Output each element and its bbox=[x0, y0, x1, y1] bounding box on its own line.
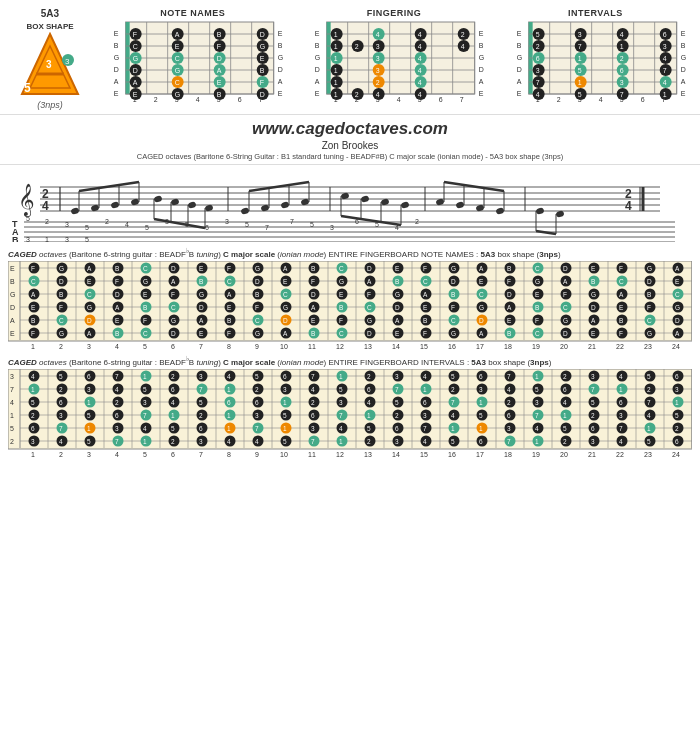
svg-text:A: A bbox=[31, 291, 36, 298]
svg-text:7: 7 bbox=[115, 438, 119, 445]
svg-text:19: 19 bbox=[532, 451, 540, 458]
svg-text:3: 3 bbox=[591, 373, 595, 380]
svg-text:6: 6 bbox=[31, 425, 35, 432]
svg-text:1: 1 bbox=[334, 55, 338, 62]
svg-text:D: D bbox=[260, 31, 265, 38]
svg-text:4: 4 bbox=[418, 55, 422, 62]
svg-text:5: 5 bbox=[255, 373, 259, 380]
svg-text:6: 6 bbox=[423, 399, 427, 406]
svg-text:1: 1 bbox=[283, 399, 287, 406]
svg-text:5: 5 bbox=[85, 224, 89, 231]
svg-point-258 bbox=[70, 207, 80, 215]
svg-text:B: B bbox=[315, 42, 320, 49]
svg-text:3: 3 bbox=[619, 412, 623, 419]
svg-text:D: D bbox=[367, 330, 372, 337]
svg-text:4: 4 bbox=[125, 221, 129, 228]
svg-text:C: C bbox=[59, 317, 64, 324]
svg-text:G: G bbox=[59, 265, 64, 272]
svg-text:4: 4 bbox=[395, 224, 399, 231]
svg-text:13: 13 bbox=[364, 451, 372, 458]
svg-text:5: 5 bbox=[143, 386, 147, 393]
svg-text:4: 4 bbox=[171, 399, 175, 406]
svg-text:E: E bbox=[115, 317, 120, 324]
svg-text:6: 6 bbox=[355, 218, 359, 225]
svg-point-307 bbox=[535, 207, 545, 215]
svg-text:A: A bbox=[680, 78, 685, 85]
svg-text:F: F bbox=[59, 304, 63, 311]
svg-text:G: G bbox=[675, 304, 680, 311]
svg-text:E: E bbox=[680, 90, 685, 97]
svg-text:5: 5 bbox=[339, 386, 343, 393]
svg-text:6: 6 bbox=[171, 386, 175, 393]
svg-text:2: 2 bbox=[415, 218, 419, 225]
svg-text:1: 1 bbox=[171, 412, 175, 419]
svg-text:6: 6 bbox=[255, 399, 259, 406]
svg-text:5: 5 bbox=[85, 236, 89, 242]
svg-text:G: G bbox=[87, 304, 92, 311]
svg-text:20: 20 bbox=[560, 343, 568, 350]
svg-text:B: B bbox=[143, 304, 147, 311]
fingerboard-intervals-full-svg: 3 7 4 1 5 2 bbox=[8, 369, 692, 459]
svg-text:3: 3 bbox=[619, 79, 623, 86]
svg-text:1: 1 bbox=[451, 425, 455, 432]
svg-text:𝄞: 𝄞 bbox=[18, 183, 35, 218]
description-text: CAGED octaves (Baritone 6-String Guitar … bbox=[0, 152, 700, 161]
svg-text:3: 3 bbox=[376, 67, 380, 74]
svg-text:A: A bbox=[283, 265, 288, 272]
svg-line-311 bbox=[536, 231, 556, 234]
svg-text:5: 5 bbox=[395, 399, 399, 406]
svg-text:F: F bbox=[255, 304, 259, 311]
svg-text:C: C bbox=[423, 278, 428, 285]
svg-text:1: 1 bbox=[563, 412, 567, 419]
svg-text:C: C bbox=[227, 278, 232, 285]
svg-text:5: 5 bbox=[26, 215, 30, 222]
svg-text:C: C bbox=[133, 43, 138, 50]
svg-text:G: G bbox=[10, 291, 15, 298]
svg-text:E: E bbox=[175, 43, 180, 50]
svg-text:7: 7 bbox=[311, 373, 315, 380]
svg-text:4: 4 bbox=[619, 31, 623, 38]
svg-text:4: 4 bbox=[339, 425, 343, 432]
svg-text:7: 7 bbox=[199, 343, 203, 350]
svg-text:1: 1 bbox=[339, 438, 343, 445]
svg-text:C: C bbox=[535, 265, 540, 272]
svg-text:1: 1 bbox=[577, 55, 581, 62]
svg-text:1: 1 bbox=[227, 386, 231, 393]
svg-text:3: 3 bbox=[339, 399, 343, 406]
svg-text:B: B bbox=[680, 42, 685, 49]
svg-text:3: 3 bbox=[376, 43, 380, 50]
svg-text:F: F bbox=[227, 330, 231, 337]
svg-text:D: D bbox=[59, 278, 64, 285]
svg-text:F: F bbox=[31, 265, 35, 272]
svg-text:G: G bbox=[479, 54, 484, 61]
svg-text:3: 3 bbox=[10, 373, 14, 380]
svg-text:18: 18 bbox=[504, 343, 512, 350]
svg-text:E: E bbox=[675, 278, 680, 285]
svg-text:4: 4 bbox=[418, 31, 422, 38]
svg-text:5: 5 bbox=[143, 343, 147, 350]
svg-text:6: 6 bbox=[591, 425, 595, 432]
svg-text:D: D bbox=[278, 66, 283, 73]
svg-text:6: 6 bbox=[479, 438, 483, 445]
svg-text:2: 2 bbox=[311, 399, 315, 406]
svg-text:1: 1 bbox=[619, 43, 623, 50]
svg-text:2: 2 bbox=[451, 386, 455, 393]
svg-text:B: B bbox=[115, 265, 119, 272]
svg-text:E: E bbox=[143, 291, 148, 298]
svg-text:2: 2 bbox=[59, 386, 63, 393]
svg-text:A: A bbox=[217, 67, 222, 74]
svg-text:1: 1 bbox=[334, 96, 338, 102]
svg-text:2: 2 bbox=[619, 55, 623, 62]
svg-text:1: 1 bbox=[334, 67, 338, 74]
svg-text:1: 1 bbox=[577, 79, 581, 86]
svg-text:G: G bbox=[535, 278, 540, 285]
svg-text:24: 24 bbox=[672, 451, 680, 458]
svg-text:7: 7 bbox=[59, 425, 63, 432]
svg-text:B: B bbox=[10, 278, 15, 285]
svg-text:G: G bbox=[283, 304, 288, 311]
svg-text:7: 7 bbox=[535, 412, 539, 419]
svg-text:4: 4 bbox=[367, 399, 371, 406]
svg-text:G: G bbox=[479, 304, 484, 311]
svg-text:B: B bbox=[647, 291, 651, 298]
svg-text:G: G bbox=[516, 54, 521, 61]
